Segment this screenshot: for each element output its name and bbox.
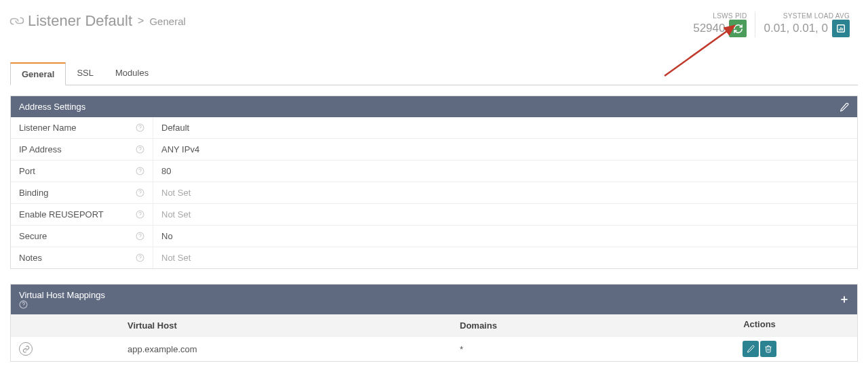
row-icon-cell xyxy=(11,337,119,361)
help-icon[interactable] xyxy=(19,300,840,309)
stat-load: SYSTEM LOAD AVG 0.01, 0.01, 0 xyxy=(755,12,858,37)
pencil-icon xyxy=(840,102,849,112)
stat-load-label: SYSTEM LOAD AVG xyxy=(764,12,850,20)
setting-value: Not Set xyxy=(153,247,857,268)
row-domains: * xyxy=(452,339,662,360)
table-row: app.example.com* xyxy=(11,336,857,361)
setting-row: Listener NameDefault xyxy=(11,117,857,138)
breadcrumb-separator: > xyxy=(138,15,144,27)
panel-title-text: Virtual Host Mappings xyxy=(19,290,105,300)
edit-row-button[interactable] xyxy=(743,341,759,357)
help-icon[interactable] xyxy=(136,188,144,197)
help-icon[interactable] xyxy=(136,253,144,262)
row-vhost: app.example.com xyxy=(119,339,452,360)
tab-ssl[interactable]: SSL xyxy=(66,62,104,85)
vhost-mappings-header: Virtual Host Mappings xyxy=(11,285,857,314)
row-actions xyxy=(662,337,857,361)
col-header-domains: Domains xyxy=(452,315,662,336)
restart-button[interactable] xyxy=(729,20,747,37)
link-circle-icon xyxy=(19,342,33,356)
stat-load-value: 0.01, 0.01, 0 xyxy=(764,22,828,35)
panel-title: Address Settings xyxy=(19,102,840,112)
setting-value: Default xyxy=(153,117,857,138)
help-icon[interactable] xyxy=(136,232,144,241)
page-title-area: Listener Default > General xyxy=(10,12,685,30)
stat-pid-label: LSWS PID xyxy=(693,12,747,20)
vhost-mappings-panel: Virtual Host Mappings Virtual Host Domai… xyxy=(10,284,858,362)
setting-value: Not Set xyxy=(153,182,857,203)
setting-label: Notes xyxy=(11,247,153,268)
link-icon xyxy=(7,12,26,30)
setting-label: Port xyxy=(11,161,153,182)
setting-value: ANY IPv4 xyxy=(153,139,857,160)
stat-pid-value: 52940 xyxy=(693,22,725,35)
help-icon[interactable] xyxy=(136,145,144,154)
setting-row: IP AddressANY IPv4 xyxy=(11,138,857,160)
setting-row: Enable REUSEPORTNot Set xyxy=(11,203,857,225)
address-settings-header: Address Settings xyxy=(11,96,857,117)
setting-label: Binding xyxy=(11,182,153,203)
stats-button[interactable] xyxy=(832,20,850,37)
setting-row: Port80 xyxy=(11,160,857,182)
plus-icon xyxy=(840,295,849,304)
setting-row: NotesNot Set xyxy=(11,247,857,268)
col-header-actions: Actions xyxy=(662,315,857,336)
page-title: Listener Default xyxy=(28,12,132,30)
setting-value: 80 xyxy=(153,161,857,182)
tabs: GeneralSSLModules xyxy=(10,62,858,85)
setting-row: BindingNot Set xyxy=(11,182,857,203)
delete-row-button[interactable] xyxy=(760,341,776,357)
help-icon[interactable] xyxy=(136,167,144,175)
stat-pid: LSWS PID 52940 xyxy=(685,12,755,37)
edit-button[interactable] xyxy=(840,102,849,112)
tab-general[interactable]: General xyxy=(10,62,66,85)
bar-chart-icon xyxy=(836,24,846,33)
setting-value: Not Set xyxy=(153,204,857,225)
address-settings-panel: Address Settings Listener NameDefaultIP … xyxy=(10,96,858,269)
tab-modules[interactable]: Modules xyxy=(104,62,159,85)
col-header-vhost: Virtual Host xyxy=(119,315,452,336)
refresh-icon xyxy=(733,24,743,34)
breadcrumb-current: General xyxy=(149,16,185,27)
table-header-row: Virtual Host Domains Actions xyxy=(11,314,857,336)
setting-label: Secure xyxy=(11,226,153,247)
help-icon[interactable] xyxy=(136,210,144,219)
setting-label: IP Address xyxy=(11,139,153,160)
panel-title: Virtual Host Mappings xyxy=(19,290,840,309)
setting-label: Listener Name xyxy=(11,117,153,138)
setting-row: SecureNo xyxy=(11,225,857,247)
setting-value: No xyxy=(153,226,857,247)
setting-label: Enable REUSEPORT xyxy=(11,204,153,225)
help-icon[interactable] xyxy=(136,123,144,132)
add-button[interactable] xyxy=(840,295,849,304)
